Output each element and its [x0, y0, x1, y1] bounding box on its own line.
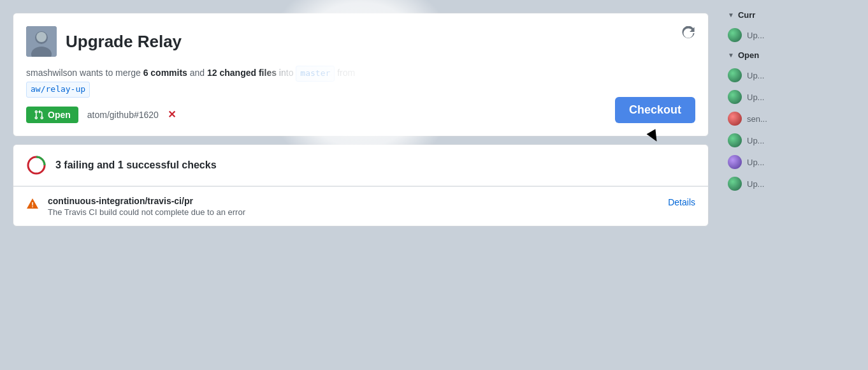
sidebar-item-4[interactable]: Up... — [721, 130, 862, 151]
checks-card: 3 failing and 1 successful checks ! cont… — [13, 144, 709, 226]
svg-point-3 — [36, 32, 47, 42]
and-text: and — [190, 68, 205, 78]
sidebar-avatar-6 — [728, 177, 742, 191]
close-icon[interactable]: ✕ — [168, 108, 176, 121]
pr-card-header: Upgrade Relay — [26, 26, 695, 57]
check-item: ! continuous-integration/travis-ci/pr Th… — [13, 186, 708, 226]
files-count: 12 changed files — [207, 68, 277, 78]
sidebar-item-text-1: Up... — [747, 71, 764, 80]
checks-header: 3 failing and 1 successful checks — [13, 145, 708, 186]
open-badge: Open — [26, 107, 78, 123]
check-item-desc: The Travis CI build could not complete d… — [48, 207, 659, 217]
target-branch: master — [296, 66, 335, 82]
open-badge-label: Open — [48, 110, 71, 120]
details-link[interactable]: Details — [668, 197, 695, 207]
sidebar-section-open-label: Open — [738, 50, 759, 60]
pr-card: Upgrade Relay smashwilson wants to merge… — [13, 13, 709, 137]
commits-count: 6 commits — [143, 68, 187, 78]
sidebar-section-current-label: Curr — [738, 10, 755, 20]
pr-description: smashwilson wants to merge 6 commits and… — [26, 66, 695, 98]
sidebar-item-2[interactable]: Up... — [721, 87, 862, 107]
sidebar-item-1[interactable]: Up... — [721, 65, 862, 85]
from-text: from — [337, 68, 355, 78]
sidebar-avatar-0 — [728, 28, 742, 42]
warning-icon: ! — [26, 197, 39, 210]
description-prefix: smashwilson wants to merge — [26, 68, 141, 78]
sidebar-item-3[interactable]: sen... — [721, 108, 862, 129]
sidebar-avatar-1 — [728, 68, 742, 82]
svg-text:!: ! — [31, 201, 34, 209]
sidebar-item-text-0: Up... — [747, 31, 764, 40]
pr-title: Upgrade Relay — [66, 32, 695, 52]
chevron-down-icon: ▼ — [728, 11, 734, 18]
sidebar-avatar-3 — [728, 112, 742, 126]
check-status-icon — [26, 155, 47, 175]
avatar — [26, 26, 57, 57]
check-item-title: continuous-integration/travis-ci/pr — [48, 196, 659, 206]
checks-title: 3 failing and 1 successful checks — [55, 159, 217, 171]
refresh-icon[interactable] — [681, 26, 695, 40]
sidebar-avatar-2 — [728, 90, 742, 104]
chevron-down-icon-2: ▼ — [728, 52, 734, 59]
sidebar-item-0[interactable]: Up... — [721, 25, 862, 45]
source-branch: aw/relay-up — [26, 82, 90, 98]
sidebar-section-open: ▼ Open — [721, 47, 862, 64]
pr-footer: Open atom/github#1620 ✕ — [26, 107, 695, 123]
into-text: into — [279, 68, 296, 78]
sidebar-section-current: ▼ Curr — [721, 6, 862, 24]
sidebar-item-text-6: Up... — [747, 179, 764, 189]
sidebar-item-6[interactable]: Up... — [721, 174, 862, 194]
sidebar-item-text-3: sen... — [747, 114, 767, 124]
sidebar: ▼ Curr Up... ▼ Open Up... Up... sen... U… — [721, 0, 868, 370]
sidebar-avatar-5 — [728, 155, 742, 169]
checkout-button[interactable]: Checkout — [615, 97, 695, 123]
check-item-content: continuous-integration/travis-ci/pr The … — [48, 196, 659, 217]
pr-number: atom/github#1620 — [87, 110, 159, 120]
sidebar-item-text-2: Up... — [747, 93, 764, 102]
sidebar-item-text-4: Up... — [747, 136, 764, 145]
sidebar-item-text-5: Up... — [747, 158, 764, 167]
sidebar-item-5[interactable]: Up... — [721, 152, 862, 172]
sidebar-avatar-4 — [728, 133, 742, 147]
